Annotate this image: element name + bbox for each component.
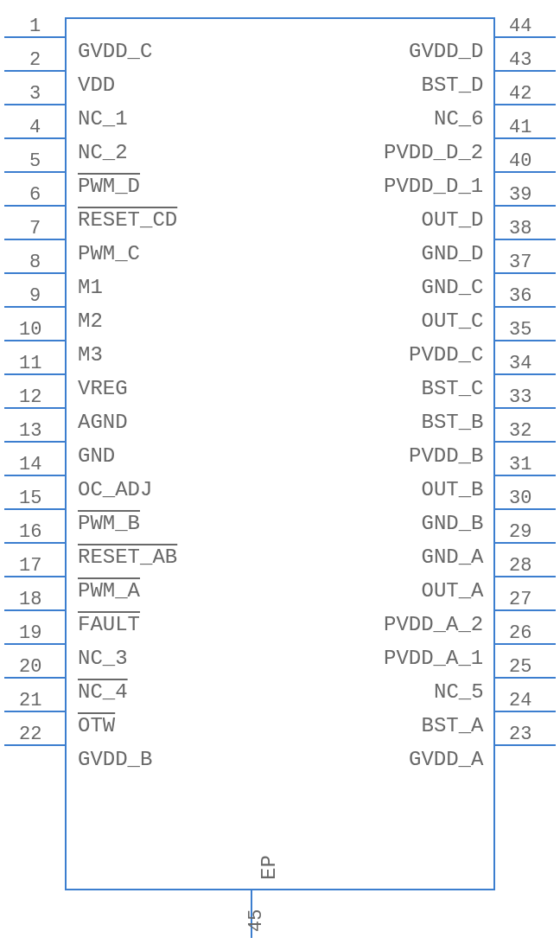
pin-label-left: PWM_B: [78, 512, 140, 535]
pin-number-left: 9: [29, 285, 41, 307]
pin-label-bottom: EP: [258, 855, 281, 880]
pin-label-left: OC_ADJ: [78, 478, 152, 501]
pin-number-left: 7: [29, 218, 41, 239]
pin-number-right: 38: [509, 218, 531, 239]
pin-number-left: 3: [29, 83, 41, 105]
pin-number-right: 39: [509, 184, 531, 206]
pin-number-left: 15: [19, 488, 41, 509]
pin-number-right: 30: [509, 488, 531, 509]
pin-number-right: 32: [509, 420, 531, 442]
pin-label-right: PVDD_B: [409, 444, 483, 468]
pin-number-right: 26: [509, 622, 531, 644]
pin-number-left: 21: [19, 690, 41, 711]
pin-number-right: 25: [509, 656, 531, 678]
pin-label-left: NC_2: [78, 141, 128, 164]
pin-label-right: PVDD_D_1: [384, 175, 483, 198]
pin-number-right: 27: [509, 589, 531, 610]
pin-number-right: 34: [509, 353, 531, 374]
pin-label-left: PWM_D: [78, 175, 140, 198]
pin-number-left: 1: [29, 16, 41, 37]
pin-label-left: M2: [78, 309, 103, 333]
pin-label-right: GND_B: [422, 512, 484, 535]
pin-label-right: NC_6: [434, 107, 484, 131]
pin-label-right: BST_C: [422, 377, 484, 400]
pin-label-left: PWM_C: [78, 242, 140, 265]
pin-number-right: 35: [509, 319, 531, 341]
pin-label-right: GND_A: [422, 545, 484, 569]
pin-label-left: GVDD_B: [78, 748, 152, 771]
pin-number-right: 40: [509, 150, 531, 172]
pin-label-right: OUT_A: [422, 579, 484, 603]
pin-label-right: GND_C: [422, 276, 484, 299]
pin-number-right: 36: [509, 285, 531, 307]
pin-number-right: 24: [509, 690, 531, 711]
pin-label-right: BST_B: [422, 411, 484, 434]
pin-label-right: NC_5: [434, 680, 484, 704]
pin-number-right: 31: [509, 454, 531, 475]
pin-label-left: RESET_CD: [78, 208, 177, 232]
pin-number-left: 6: [29, 184, 41, 206]
pin-number-left: 4: [29, 117, 41, 138]
pin-number-left: 17: [19, 555, 41, 577]
pin-number-left: 2: [29, 49, 41, 71]
pin-label-right: BST_A: [422, 714, 484, 737]
pin-number-right: 41: [509, 117, 531, 138]
pin-label-left: NC_3: [78, 647, 128, 670]
pin-number-left: 18: [19, 589, 41, 610]
pin-label-right: PVDD_C: [409, 343, 483, 367]
pin-label-left: M1: [78, 276, 103, 299]
pin-number-left: 19: [19, 622, 41, 644]
pin-label-left: FAULT: [78, 613, 140, 636]
pin-label-left: VDD: [78, 73, 115, 97]
pin-number-left: 16: [19, 521, 41, 543]
pin-number-bottom: 45: [245, 909, 267, 932]
pin-label-right: OUT_C: [422, 309, 484, 333]
pin-number-left: 14: [19, 454, 41, 475]
pin-label-right: BST_D: [422, 73, 484, 97]
pin-number-right: 42: [509, 83, 531, 105]
pin-label-right: PVDD_A_1: [384, 647, 483, 670]
pin-label-right: OUT_B: [422, 478, 484, 501]
pin-number-left: 22: [19, 724, 41, 745]
pin-label-left: AGND: [78, 411, 128, 434]
pin-label-left: NC_1: [78, 107, 128, 131]
pin-number-left: 11: [19, 353, 41, 374]
pin-number-left: 5: [29, 150, 41, 172]
pin-number-left: 20: [19, 656, 41, 678]
pin-label-left: GVDD_C: [78, 40, 152, 63]
pin-number-left: 12: [19, 386, 41, 408]
pin-label-left: OTW: [78, 714, 115, 737]
pin-label-right: PVDD_D_2: [384, 141, 483, 164]
pin-label-right: GND_D: [422, 242, 484, 265]
pin-number-right: 43: [509, 49, 531, 71]
pin-number-right: 23: [509, 724, 531, 745]
pin-number-right: 44: [509, 16, 531, 37]
pin-label-right: PVDD_A_2: [384, 613, 483, 636]
pin-number-right: 28: [509, 555, 531, 577]
pin-label-left: M3: [78, 343, 103, 367]
pin-number-left: 10: [19, 319, 41, 341]
pin-number-right: 29: [509, 521, 531, 543]
pin-number-left: 8: [29, 252, 41, 273]
pin-number-right: 33: [509, 386, 531, 408]
pin-label-left: GND: [78, 444, 115, 468]
pin-label-right: GVDD_D: [409, 40, 483, 63]
pin-label-left: VREG: [78, 377, 128, 400]
pin-number-left: 13: [19, 420, 41, 442]
pin-label-right: OUT_D: [422, 208, 484, 232]
pin-label-left: PWM_A: [78, 579, 140, 603]
pin-label-left: NC_4: [78, 680, 128, 704]
pin-number-right: 37: [509, 252, 531, 273]
pin-label-left: RESET_AB: [78, 545, 177, 569]
pin-label-right: GVDD_A: [409, 748, 483, 771]
